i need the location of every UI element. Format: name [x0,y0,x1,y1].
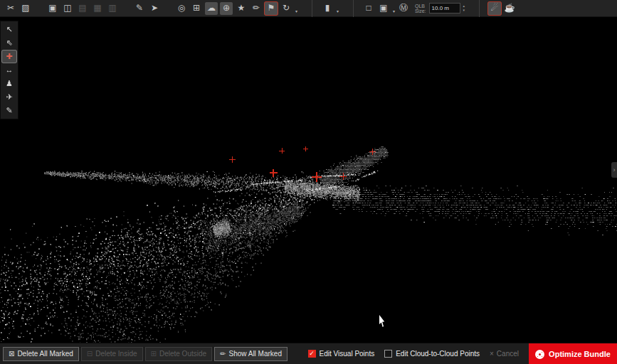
delete-inside-icon: ⊟ [87,350,93,358]
delete-inside-label: Delete Inside [95,350,137,358]
control-point-pin-icon[interactable]: ⚑ [265,2,278,15]
cancel-label: Cancel [497,350,519,358]
file-tools-group: ✂▨ [4,0,32,17]
left-tool-palette: ↖⇖✚↔♟✈✎ [0,21,19,119]
show-all-marked-icon: ✏ [220,350,226,358]
control-point-marker[interactable] [229,156,236,163]
control-point-marker[interactable] [279,148,285,154]
edit-cloud-to-cloud-checkbox-label: Edit Cloud-to-Cloud Points [396,350,480,358]
close-icon: × [490,350,494,358]
sites-cube-icon[interactable]: ▣▾ [377,2,390,15]
top-toolbar: ✂▨▣◫▤▦▥✎➤◎⊞☁⊕★✏⚑↻▾▮▾□▣▾ⓂQLBSize:10.0 m▴▾… [0,0,617,17]
control-point-marker[interactable] [270,169,278,177]
chevron-right-icon: › [613,166,616,173]
pattern-fill-icon[interactable]: ▨ [19,2,32,15]
delete-outside-icon: ⊞ [151,350,157,358]
sites-cube-icon-caret[interactable]: ▾ [393,9,395,14]
cancel-button: × Cancel [490,350,519,358]
render-mode-icon-caret[interactable]: ▾ [337,9,339,14]
modelspace-m-icon[interactable]: Ⓜ [397,2,410,15]
optimize-bundle-button[interactable]: Optimize Bundle [529,343,617,364]
camera-icon[interactable]: ▣ [46,2,59,15]
show-all-marked-label: Show All Marked [228,350,281,358]
delete-all-marked-button[interactable]: ⊠Delete All Marked [3,347,79,361]
paint-select-tool[interactable]: ✎ [2,105,16,117]
layout-split-icon[interactable]: ◫ [61,2,74,15]
select-tool[interactable]: ↖ [2,23,16,36]
edit-cloud-to-cloud-checkbox[interactable]: Edit Cloud-to-Cloud Points [384,350,480,358]
slice-tool-icon[interactable]: ✂ [4,2,17,15]
render-mode-icon[interactable]: ▮▾ [321,2,334,15]
limit-box-icon[interactable]: ◎ [175,2,188,15]
draw-tools-group: ✎➤ [133,0,161,17]
pick-arrow-icon[interactable]: ➤ [148,2,161,15]
annotations-icon[interactable]: ⊞ [190,2,203,15]
edit-visual-points-checkbox[interactable]: ✓Edit Visual Points [308,350,375,358]
delete-outside-label: Delete Outside [159,350,206,358]
qlb-size-spinner[interactable]: ▴▾ [463,4,465,12]
layout-columns-icon[interactable]: ▥ [106,2,119,15]
fly-mode-tool[interactable]: ✈ [2,91,16,103]
polyline-draw-icon[interactable]: ✎ [133,2,146,15]
delete-outside-button: ⊞Delete Outside [145,347,213,361]
spinner-down-icon[interactable]: ▾ [463,9,465,12]
space-tools-group: □▣▾ⓂQLBSize:10.0 m▴▾ [353,0,465,17]
walk-mode-tool[interactable]: ♟ [2,77,16,90]
edit-visual-points-checkbox-label: Edit Visual Points [320,350,375,358]
measure-distance-tool[interactable]: ↔ [2,64,16,76]
render-mode-group: ▮▾ [312,0,339,17]
layout-grid-icon[interactable]: ▦ [91,2,104,15]
quick-slice-icon[interactable]: ★ [235,2,248,15]
control-point-marker[interactable] [339,173,347,180]
delete-inside-button: ⊟Delete Inside [81,347,143,361]
bundle-adjust-icon [535,350,544,359]
delete-all-marked-label: Delete All Marked [17,350,73,358]
geo-globe-icon[interactable]: ⊕ [220,2,233,15]
optimize-label: Optimize Bundle [549,350,611,358]
control-point-marker[interactable] [312,172,322,182]
qlb-size-input[interactable]: 10.0 m [429,3,460,14]
mark-actions-group: ⊠Delete All Marked⊟Delete Inside⊞Delete … [3,347,290,361]
delete-all-marked-icon: ⊠ [9,350,14,358]
control-point-marker[interactable] [303,146,308,151]
seek-move-tool[interactable]: ✚ [2,50,16,63]
point-cloud-toggle-icon[interactable]: ☁ [205,2,218,15]
layout-rows-icon[interactable]: ▤ [76,2,89,15]
view-layout-tools-group: ▣◫▤▦▥ [46,0,119,17]
qlb-size-label: QLBSize: [415,4,426,14]
markup-pen-icon[interactable]: ✏ [250,2,263,15]
pick-point-tool[interactable]: ⇖ [2,37,16,49]
show-all-marked-button[interactable]: ✏Show All Marked [214,347,288,361]
edit-visual-points-checkbox-box[interactable]: ✓ [308,350,316,358]
bottom-action-bar: ⊠Delete All Marked⊟Delete Inside⊞Delete … [0,343,617,364]
control-point-marker[interactable] [369,149,376,155]
paint-bucket-icon[interactable]: ☕ [503,2,516,15]
bundle-cube-icon[interactable]: □ [362,2,375,15]
auto-register-icon[interactable]: ↻▾ [280,2,292,15]
paint-tools-group: ☄☕ [479,0,516,17]
point-cloud-canvas[interactable] [0,17,617,343]
edit-options-group: ✓Edit Visual PointsEdit Cloud-to-Cloud P… [308,350,480,358]
qlb-size: QLBSize:10.0 m▴▾ [415,3,465,14]
cloud-tools-group: ◎⊞☁⊕★✏⚑↻▾ [175,0,297,17]
right-panel-expander[interactable]: › [611,162,617,178]
edit-cloud-to-cloud-checkbox-box[interactable] [384,350,392,358]
spotlight-tool-icon[interactable]: ☄ [488,2,501,15]
auto-register-icon-caret[interactable]: ▾ [295,9,297,14]
